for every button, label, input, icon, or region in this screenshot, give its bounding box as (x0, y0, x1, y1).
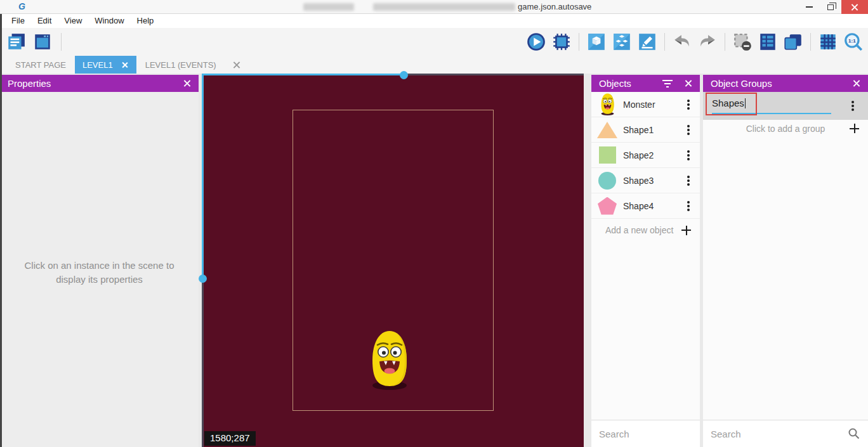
search-icon (848, 427, 860, 440)
toolbar: 1:1 (0, 28, 868, 56)
close-panel-icon[interactable] (684, 79, 692, 87)
edit-scene-icon (637, 32, 657, 52)
undo-button[interactable] (671, 31, 693, 53)
close-icon (851, 3, 859, 11)
svg-text:1:1: 1:1 (848, 38, 856, 44)
object-row-shape1[interactable]: Shape1 (591, 117, 700, 143)
square-thumbnail-icon (591, 146, 623, 164)
instances-button[interactable] (611, 31, 633, 53)
properties-panel-title: Properties (8, 78, 51, 89)
tab-label: START PAGE (15, 60, 66, 70)
project-manager-button[interactable] (5, 31, 27, 53)
window-title: game.json.autosave (518, 2, 591, 11)
redo-button[interactable] (697, 31, 718, 53)
objects-list-button[interactable] (757, 31, 779, 53)
menu-item-window[interactable]: Window (88, 14, 130, 28)
window-left-edge (0, 14, 2, 447)
scene-border-top (404, 74, 584, 75)
scene-canvas[interactable]: 1580;287 (202, 74, 584, 447)
object-name: Monster (623, 100, 687, 110)
restore-button[interactable] (820, 0, 841, 14)
pentagon-thumbnail-icon (591, 197, 623, 215)
add-object-label: Add a new object (605, 225, 681, 235)
groups-search-bar (703, 420, 868, 447)
redacted-path-segment (303, 3, 354, 11)
instances-icon (612, 32, 632, 52)
objects-panel-header: Objects (591, 75, 700, 92)
tab-level1-events[interactable]: LEVEL1 (EVENTS) (136, 56, 225, 74)
project-manager-icon (6, 32, 26, 52)
object-menu-icon[interactable] (687, 179, 690, 182)
properties-panel: Properties Click on an instance in the s… (0, 75, 199, 447)
object-menu-icon[interactable] (687, 154, 690, 157)
start-page-button[interactable] (32, 31, 53, 53)
tab-level1-events-close[interactable] (225, 56, 249, 74)
tab-close-icon (233, 61, 241, 69)
object-row-monster[interactable]: Monster (591, 92, 700, 117)
tab-label: LEVEL1 (EVENTS) (145, 60, 216, 70)
object-menu-icon[interactable] (687, 103, 690, 106)
restore-icon (827, 4, 834, 10)
object-menu-icon[interactable] (687, 129, 690, 131)
edit-scene-button[interactable] (636, 31, 658, 53)
play-button[interactable] (525, 31, 547, 53)
minimize-button[interactable] (798, 0, 820, 14)
object-row-shape2[interactable]: Shape2 (591, 143, 700, 168)
filter-icon[interactable] (662, 80, 673, 87)
redacted-path-segment (373, 3, 515, 11)
toolbar-separator (579, 33, 579, 51)
close-button[interactable] (841, 0, 868, 14)
toolbar-separator (61, 33, 62, 51)
debug-icon (551, 32, 572, 52)
add-group-hint: Click to add a group (746, 124, 825, 134)
layers-button[interactable] (782, 31, 804, 53)
group-menu-icon[interactable] (852, 105, 854, 107)
object-groups-panel-header: Object Groups (703, 75, 868, 92)
selection-border-top (202, 74, 404, 75)
object-menu-icon[interactable] (687, 205, 690, 207)
tab-start-page[interactable]: START PAGE (6, 56, 75, 74)
monster-thumbnail-icon (591, 93, 623, 116)
monster-instance[interactable] (369, 328, 411, 394)
selection-handle-top[interactable] (400, 71, 408, 79)
tab-close-icon[interactable] (122, 62, 129, 68)
object-groups-panel: Object Groups Shapes Click to add a grou… (703, 75, 868, 447)
debug-button[interactable] (551, 31, 572, 53)
zoom-1-1-icon: 1:1 (843, 32, 864, 52)
properties-panel-header: Properties (0, 75, 199, 92)
menu-item-edit[interactable]: Edit (31, 14, 58, 28)
minimize-icon (806, 6, 813, 8)
toolbar-separator (725, 33, 725, 51)
add-object-row[interactable]: Add a new object (591, 219, 700, 242)
add-object-button[interactable] (586, 31, 607, 53)
menu-bar: File Edit View Window Help (0, 14, 868, 28)
object-row-shape3[interactable]: Shape3 (591, 168, 700, 193)
grid-icon (818, 32, 838, 52)
window-controls (798, 0, 868, 14)
add-object-icon (586, 32, 607, 52)
selection-handle-left[interactable] (199, 275, 207, 283)
grid-button[interactable] (817, 31, 839, 53)
menu-item-help[interactable]: Help (131, 14, 161, 28)
toolbar-separator (810, 33, 811, 51)
delete-instances-button[interactable] (732, 31, 753, 53)
monster-thumb-sprite (600, 93, 615, 116)
tab-level1[interactable]: LEVEL1 (75, 56, 136, 74)
toolbar-separator (664, 33, 665, 51)
selection-border-left (202, 74, 204, 279)
objects-list-icon (758, 32, 778, 52)
plus-icon (681, 226, 691, 235)
gdevelop-logo-icon: G (16, 1, 27, 12)
title-bar: G game.json.autosave (0, 0, 868, 14)
menu-item-file[interactable]: File (5, 14, 31, 28)
close-panel-icon[interactable] (183, 79, 191, 87)
zoom-1-1-button[interactable]: 1:1 (843, 31, 864, 53)
add-group-row[interactable]: Click to add a group (703, 120, 868, 138)
close-panel-icon[interactable] (852, 79, 860, 87)
menu-item-view[interactable]: View (58, 14, 88, 28)
object-row-shape4[interactable]: Shape4 (591, 193, 700, 219)
groups-search-input[interactable] (711, 429, 848, 439)
group-name-edit-row: Shapes (703, 92, 868, 120)
tab-bar: START PAGE LEVEL1 LEVEL1 (EVENTS) (0, 56, 868, 74)
scene-border-left (202, 279, 204, 447)
